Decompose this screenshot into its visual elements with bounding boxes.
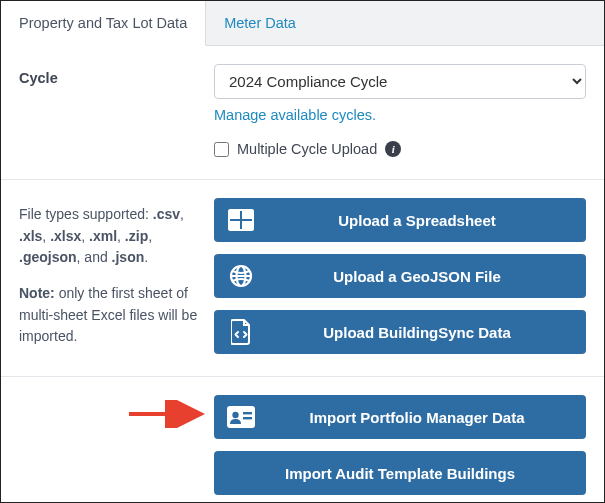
globe-icon <box>214 264 268 288</box>
import-portfolio-manager-button[interactable]: Import Portfolio Manager Data <box>214 395 586 439</box>
tab-property-tax-lot[interactable]: Property and Tax Lot Data <box>1 1 206 46</box>
upload-geojson-label: Upload a GeoJSON File <box>268 268 586 285</box>
tab-meter-data[interactable]: Meter Data <box>206 1 314 45</box>
multiple-cycle-checkbox[interactable] <box>214 142 229 157</box>
svg-rect-20 <box>243 417 252 419</box>
manage-cycles-link[interactable]: Manage available cycles. <box>214 107 376 123</box>
upload-spreadsheet-button[interactable]: Upload a Spreadsheet <box>214 198 586 242</box>
import-audit-label: Import Audit Template Buildings <box>214 465 586 482</box>
import-section: Import Portfolio Manager Data Import Aud… <box>1 377 604 503</box>
id-card-icon <box>214 406 268 428</box>
svg-rect-19 <box>243 412 252 414</box>
upload-section: File types supported: .csv, .xls, .xlsx,… <box>1 180 604 377</box>
file-types-text: File types supported: .csv, .xls, .xlsx,… <box>19 204 204 269</box>
import-panel: Property and Tax Lot Data Meter Data Cyc… <box>0 0 605 503</box>
table-icon <box>214 209 268 231</box>
file-code-icon <box>214 319 268 345</box>
cycle-label: Cycle <box>19 70 204 86</box>
note-text: Note: only the first sheet of multi-shee… <box>19 283 204 348</box>
tab-bar: Property and Tax Lot Data Meter Data <box>1 1 604 46</box>
cycle-select[interactable]: 2024 Compliance Cycle <box>214 64 586 99</box>
import-pm-label: Import Portfolio Manager Data <box>268 409 586 426</box>
upload-buildingsync-label: Upload BuildingSync Data <box>268 324 586 341</box>
cycle-section: Cycle 2024 Compliance Cycle Manage avail… <box>1 46 604 180</box>
upload-geojson-button[interactable]: Upload a GeoJSON File <box>214 254 586 298</box>
import-audit-template-button[interactable]: Import Audit Template Buildings <box>214 451 586 495</box>
multiple-cycle-label: Multiple Cycle Upload <box>237 141 377 157</box>
info-icon[interactable]: i <box>385 141 401 157</box>
upload-spreadsheet-label: Upload a Spreadsheet <box>268 212 586 229</box>
upload-buildingsync-button[interactable]: Upload BuildingSync Data <box>214 310 586 354</box>
svg-point-18 <box>232 412 238 418</box>
